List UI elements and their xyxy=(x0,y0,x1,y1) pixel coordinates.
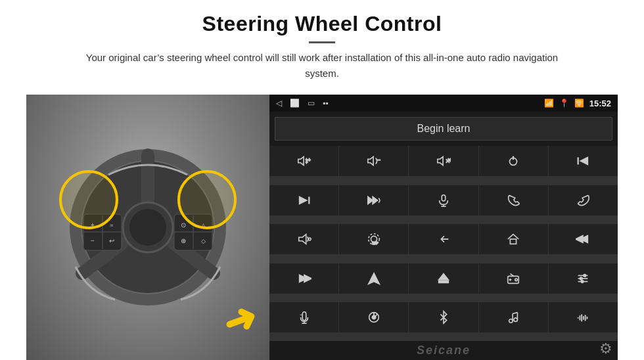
dial-button[interactable] xyxy=(339,302,408,332)
eject-button[interactable] xyxy=(409,263,478,294)
watermark-row: Seicane ⚙ xyxy=(269,341,618,360)
svg-text:360°: 360° xyxy=(372,242,379,245)
svg-marker-44 xyxy=(298,235,306,244)
power-button[interactable] xyxy=(479,146,548,176)
mic2-button[interactable] xyxy=(269,302,338,332)
vol-up-button[interactable]: + xyxy=(269,146,338,176)
subtitle-text: Your original car’s steering wheel contr… xyxy=(72,50,572,81)
navigate-button[interactable] xyxy=(339,263,408,294)
svg-rect-49 xyxy=(511,239,517,244)
svg-point-46 xyxy=(371,236,377,242)
android-unit: ◁ ⬜ ▭ ▪▪ 📶 📍 🛜 15:52 Begin learn xyxy=(269,95,618,360)
bluetooth-button[interactable] xyxy=(409,302,478,332)
svg-text:↩: ↩ xyxy=(109,237,114,244)
svg-text:−: − xyxy=(91,237,95,244)
phone-answer-button[interactable] xyxy=(479,185,548,215)
vol-down-button[interactable]: − xyxy=(339,146,408,176)
skip-back-button[interactable] xyxy=(549,224,618,254)
clock-display: 15:52 xyxy=(589,99,611,108)
mute-button[interactable]: ✕ xyxy=(409,146,478,176)
home-icon: ⬜ xyxy=(290,99,300,108)
soundwave-button[interactable] xyxy=(549,302,618,332)
svg-point-75 xyxy=(509,319,513,323)
wifi-icon: 🛜 xyxy=(574,99,584,108)
svg-rect-41 xyxy=(442,194,446,200)
watermark-text: Seicane xyxy=(417,344,471,357)
svg-point-6 xyxy=(129,209,166,246)
status-bar: ◁ ⬜ ▭ ▪▪ 📶 📍 🛜 15:52 xyxy=(269,95,618,112)
svg-point-67 xyxy=(582,281,584,283)
svg-line-40 xyxy=(379,200,380,203)
back-arrow-icon: ◁ xyxy=(276,99,282,108)
svg-point-45 xyxy=(308,238,311,240)
highlight-circle-right xyxy=(177,170,237,229)
car-image: + ≈ − ↩ ⊙ △ ⊕ ◇ ➜ xyxy=(26,95,269,360)
title-divider xyxy=(309,41,335,43)
camera360-button[interactable]: 360° xyxy=(339,224,408,254)
svg-marker-55 xyxy=(439,273,449,279)
svg-rect-56 xyxy=(439,281,449,282)
svg-text:−: − xyxy=(377,157,380,163)
back-button[interactable] xyxy=(409,224,478,254)
svg-line-74 xyxy=(375,315,377,317)
gear-icon[interactable]: ⚙ xyxy=(599,340,612,357)
controls-grid: + − ✕ xyxy=(269,146,618,341)
svg-text:◇: ◇ xyxy=(201,238,206,244)
svg-marker-25 xyxy=(368,157,373,166)
svg-marker-36 xyxy=(299,196,306,204)
svg-line-39 xyxy=(379,198,380,200)
equalizer-button[interactable] xyxy=(549,263,618,294)
prev-track-button[interactable] xyxy=(549,146,618,176)
svg-point-58 xyxy=(515,279,518,281)
ff-skip-button[interactable] xyxy=(339,185,408,215)
phone-hang-up-button[interactable] xyxy=(549,185,618,215)
svg-marker-37 xyxy=(368,196,373,204)
svg-marker-51 xyxy=(576,236,583,243)
svg-marker-34 xyxy=(581,158,588,165)
svg-line-79 xyxy=(513,313,517,314)
next-track-button[interactable] xyxy=(269,185,338,215)
radio-button[interactable] xyxy=(479,263,548,294)
svg-text:⊙: ⊙ xyxy=(181,221,186,229)
signal-icon: ▪▪ xyxy=(323,99,329,108)
begin-learn-button[interactable]: Begin learn xyxy=(275,117,612,141)
horn-button[interactable] xyxy=(269,224,338,254)
phone-signal-icon: 📶 xyxy=(544,99,554,108)
location-icon: 📍 xyxy=(559,99,569,108)
window-icon: ▭ xyxy=(308,99,315,108)
svg-text:✕: ✕ xyxy=(447,157,451,163)
svg-text:≈: ≈ xyxy=(110,222,114,229)
highlight-circle-left xyxy=(59,170,118,229)
begin-learn-row: Begin learn xyxy=(269,112,618,146)
svg-point-66 xyxy=(584,274,586,277)
svg-marker-53 xyxy=(304,275,311,282)
svg-text:⊕: ⊕ xyxy=(181,237,186,244)
svg-marker-21 xyxy=(298,157,303,166)
svg-marker-54 xyxy=(369,273,380,284)
mic-button[interactable] xyxy=(409,185,478,215)
svg-text:+: + xyxy=(308,157,310,163)
svg-marker-38 xyxy=(373,196,377,204)
svg-point-65 xyxy=(580,277,583,280)
music-button[interactable] xyxy=(479,302,548,332)
page-title: Steering Wheel Control xyxy=(26,12,618,36)
home-button[interactable] xyxy=(479,224,548,254)
svg-marker-27 xyxy=(438,157,443,166)
fast-fwd-button[interactable] xyxy=(269,263,338,294)
